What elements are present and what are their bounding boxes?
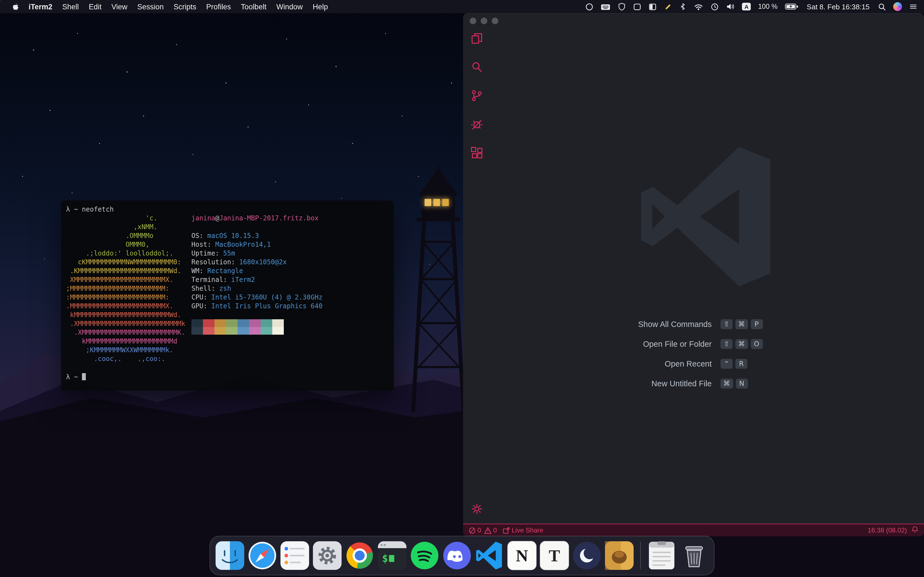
- vscode-titlebar: [463, 14, 924, 28]
- system-info-row: GPU: Intel Iris Plus Graphics 640: [191, 302, 394, 311]
- terminal-prompt: λ ~: [66, 372, 394, 381]
- dock-trash-icon[interactable]: [679, 541, 709, 571]
- keyboard-shortcut-hints: Show All Commands⇧⌘POpen File or Folder⇧…: [523, 318, 782, 397]
- palette-swatch: [272, 319, 284, 327]
- battery-percent: 100 %: [758, 3, 778, 10]
- search-icon[interactable]: [470, 60, 484, 74]
- neofetch-user-host: janina@Janina-MBP-2017.fritz.box: [191, 214, 394, 222]
- neofetch-system-info: OS: macOS 10.15.3Host: MacBookPro14,1Upt…: [191, 231, 394, 311]
- source-control-icon[interactable]: [470, 89, 484, 103]
- keyboard-icon[interactable]: [601, 2, 611, 11]
- terminal-command-line: λ ~ neofetch: [66, 205, 394, 214]
- wifi-icon[interactable]: [694, 3, 704, 10]
- ascii-art-line: .KMMMMMMMMMMMMMMMMMMMMMMMWd.: [66, 266, 191, 275]
- ascii-art-line: ,xNMM.: [66, 222, 191, 231]
- svg-text:N: N: [516, 546, 528, 565]
- menu-session[interactable]: Session: [132, 2, 169, 11]
- keycap: ⌃: [720, 359, 733, 369]
- input-source-icon[interactable]: A: [742, 3, 751, 10]
- ascii-art-line: :MMMMMMMMMMMMMMMMMMMMMMMM:: [66, 293, 191, 302]
- window-icon[interactable]: [633, 2, 641, 11]
- apple-menu[interactable]: [6, 2, 24, 11]
- menu-view[interactable]: View: [107, 2, 132, 11]
- ascii-art-line: kMMMMMMMMMMMMMMMMMMMMMMMMWd.: [66, 311, 191, 319]
- shortcut-row: Open File or Folder⇧⌘O: [523, 338, 782, 350]
- palette-swatch: [261, 319, 272, 327]
- rectangle-icon[interactable]: [649, 2, 657, 11]
- dock-reminders-icon[interactable]: [280, 541, 310, 571]
- zoom-button[interactable]: [492, 18, 498, 24]
- circle-icon[interactable]: [585, 2, 594, 11]
- bluetooth-icon[interactable]: [680, 2, 687, 11]
- battery-icon[interactable]: [785, 3, 799, 10]
- shield-icon[interactable]: [618, 2, 626, 11]
- menu-help[interactable]: Help: [308, 2, 333, 11]
- time-machine-icon[interactable]: [711, 2, 719, 11]
- settings-gear-icon[interactable]: [470, 502, 484, 516]
- menu-edit[interactable]: Edit: [84, 2, 107, 11]
- dock-notion-icon[interactable]: N: [507, 541, 537, 571]
- neofetch-color-palette: [191, 319, 394, 335]
- menu-bar-clock[interactable]: Sat 8. Feb 16:38:15: [806, 2, 871, 11]
- vscode-window[interactable]: Show All Commands⇧⌘POpen File or Folder⇧…: [463, 13, 924, 536]
- dock-spotify-icon[interactable]: [410, 541, 439, 571]
- iterm2-window[interactable]: λ ~ neofetch 'c. ,xNMM. .OMMMMo OMMM0, .…: [61, 201, 394, 391]
- errors-status[interactable]: 0: [468, 527, 481, 534]
- dock-typora-icon[interactable]: T: [540, 541, 569, 571]
- activity-bar: [463, 28, 491, 524]
- active-app-name[interactable]: iTerm2: [24, 2, 58, 11]
- status-clock[interactable]: 16:38 (08.02): [867, 527, 907, 534]
- menu-shell[interactable]: Shell: [58, 2, 84, 11]
- palette-swatch: [215, 327, 226, 335]
- ascii-art-line: .OMMMMo: [66, 231, 191, 240]
- svg-text:$: $: [382, 553, 388, 564]
- warnings-status[interactable]: 0: [484, 527, 497, 534]
- menu-toolbelt[interactable]: Toolbelt: [236, 2, 271, 11]
- palette-swatch: [226, 327, 237, 335]
- bell-icon[interactable]: [911, 526, 919, 535]
- live-share-status[interactable]: Live Share: [503, 527, 543, 534]
- ascii-art-line: .cooc,. .,coo:.: [66, 355, 191, 363]
- ascii-art-line: .XMMMMMMMMMMMMMMMMMMMMMMMMK.: [66, 328, 191, 337]
- dock-notes-icon[interactable]: [647, 541, 677, 571]
- neofetch-ascii-apple-logo: 'c. ,xNMM. .OMMMMo OMMM0, .;loddo:' lool…: [66, 214, 191, 363]
- debug-icon[interactable]: [470, 117, 484, 131]
- extensions-icon[interactable]: [470, 146, 484, 160]
- ascii-art-line: cKMMMMMMMMMMNWMMMMMMMMMM0:: [66, 258, 191, 266]
- spotlight-icon[interactable]: [878, 2, 886, 11]
- shortcut-row: New Untitled File⌘N: [523, 377, 782, 390]
- dock-finder-icon[interactable]: [215, 541, 245, 571]
- desktop: iTerm2 ShellEditViewSessionScriptsProfil…: [0, 0, 924, 577]
- volume-icon[interactable]: [726, 3, 735, 10]
- minimize-button[interactable]: [481, 18, 487, 24]
- siri-icon[interactable]: [893, 2, 902, 11]
- dock-moon-app-icon[interactable]: [572, 541, 602, 571]
- keycap: P: [751, 319, 762, 329]
- notification-center-icon[interactable]: [909, 3, 918, 10]
- close-button[interactable]: [470, 18, 476, 24]
- system-info-row: Resolution: 1680x1050@2x: [191, 258, 394, 266]
- pencil-icon[interactable]: [664, 2, 672, 11]
- dock-vscode-icon[interactable]: [475, 541, 504, 571]
- dock-amber-mascot-app-icon[interactable]: [604, 541, 634, 571]
- system-info-row: Terminal: iTerm2: [191, 275, 394, 284]
- menu-scripts[interactable]: Scripts: [169, 2, 201, 11]
- palette-swatch: [203, 327, 215, 335]
- menu-window[interactable]: Window: [271, 2, 308, 11]
- svg-text:T: T: [549, 546, 560, 565]
- dock-chrome-icon[interactable]: [345, 541, 375, 571]
- ascii-art-line: OMMM0,: [66, 240, 191, 249]
- explorer-icon[interactable]: [470, 31, 484, 46]
- keycap: ⌘: [735, 339, 748, 349]
- terminal-cursor: [82, 373, 86, 380]
- keycap: ⌘: [720, 379, 733, 388]
- ascii-art-line: kMMMMMMMMMMMMMMMMMMMMMMd: [66, 337, 191, 346]
- shortcut-row: Open Recent⌃R: [523, 358, 782, 370]
- menu-profiles[interactable]: Profiles: [201, 2, 236, 11]
- dock-safari-icon[interactable]: [247, 541, 277, 571]
- dock-system-preferences-icon[interactable]: [312, 541, 342, 571]
- ascii-art-line: .MMMMMMMMMMMMMMMMMMMMMMMMX.: [66, 302, 191, 311]
- dock-terminal-icon[interactable]: $: [377, 541, 407, 571]
- keycap: ⇧: [720, 339, 733, 349]
- dock-discord-icon[interactable]: [442, 541, 472, 571]
